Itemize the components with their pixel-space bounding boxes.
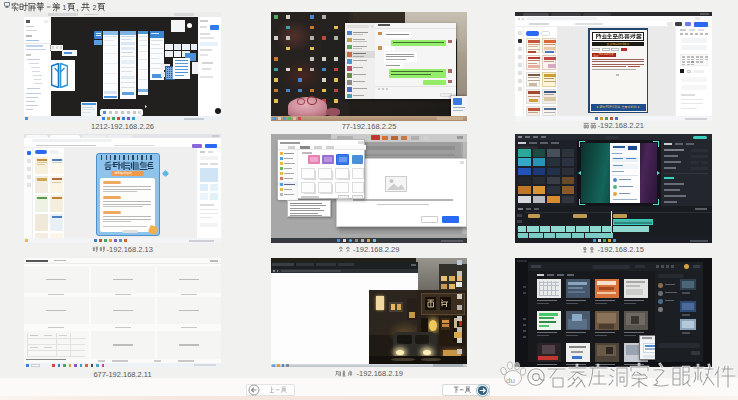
svg-text:1: 1 xyxy=(63,4,67,11)
svg-text:du: du xyxy=(506,376,515,385)
svg-text:2: 2 xyxy=(93,4,97,11)
